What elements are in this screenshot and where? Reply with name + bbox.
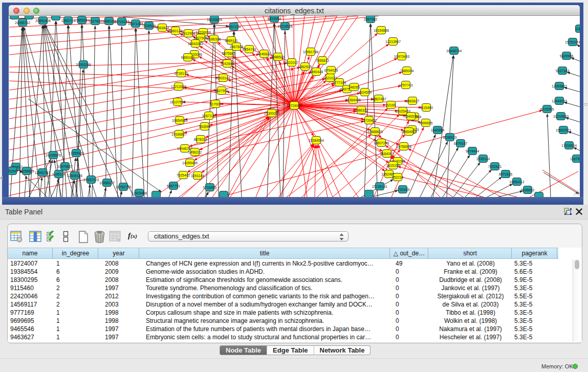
svg-text:12444153: 12444153 xyxy=(552,99,567,103)
svg-text:6794028: 6794028 xyxy=(324,69,338,72)
svg-text:917006: 917006 xyxy=(210,102,222,106)
svg-text:14099489: 14099489 xyxy=(182,161,198,165)
svg-text:16782759: 16782759 xyxy=(116,185,131,189)
svg-text:15751074: 15751074 xyxy=(565,40,580,44)
svg-text:7485004: 7485004 xyxy=(400,69,414,73)
svg-text:15136141: 15136141 xyxy=(372,185,387,188)
svg-text:553594: 553594 xyxy=(199,125,211,128)
svg-text:10961788: 10961788 xyxy=(303,50,318,54)
svg-text:12213967: 12213967 xyxy=(385,40,401,43)
svg-text:391547: 391547 xyxy=(9,169,18,173)
svg-text:8990448: 8990448 xyxy=(310,70,323,74)
svg-text:11123: 11123 xyxy=(575,27,580,31)
svg-text:16671355: 16671355 xyxy=(128,22,143,26)
svg-text:6479197: 6479197 xyxy=(454,142,468,145)
svg-text:8938923: 8938923 xyxy=(443,136,457,139)
svg-text:9327508: 9327508 xyxy=(194,36,208,40)
svg-text:2718176: 2718176 xyxy=(175,72,188,75)
svg-text:9474444: 9474444 xyxy=(466,149,480,153)
svg-text:10046788: 10046788 xyxy=(177,147,192,150)
svg-text:9890181: 9890181 xyxy=(181,56,195,59)
svg-text:9777169: 9777169 xyxy=(333,81,346,84)
svg-text:9329966: 9329966 xyxy=(560,54,574,58)
svg-text:10688609: 10688609 xyxy=(367,130,383,134)
svg-text:15692971: 15692971 xyxy=(556,128,571,132)
svg-text:9115460: 9115460 xyxy=(420,106,433,110)
svg-text:16107554: 16107554 xyxy=(170,100,185,104)
svg-text:2687682: 2687682 xyxy=(364,17,378,21)
svg-text:12093822: 12093822 xyxy=(552,84,567,88)
svg-text:252214: 252214 xyxy=(392,176,404,179)
svg-text:6322037: 6322037 xyxy=(285,61,299,64)
svg-text:7515526: 7515526 xyxy=(142,24,156,28)
svg-text:17957223: 17957223 xyxy=(83,178,99,182)
svg-text:2867608: 2867608 xyxy=(230,45,244,49)
svg-text:19654923: 19654923 xyxy=(401,130,417,134)
svg-text:9699695: 9699695 xyxy=(419,121,433,125)
svg-text:19166827: 19166827 xyxy=(171,133,187,136)
svg-text:19218526: 19218526 xyxy=(277,25,293,28)
svg-text:8471626: 8471626 xyxy=(499,172,513,176)
svg-text:746266: 746266 xyxy=(349,85,360,89)
svg-text:7625402: 7625402 xyxy=(177,173,190,177)
svg-text:1167535: 1167535 xyxy=(570,157,580,161)
svg-text:1145134: 1145134 xyxy=(52,172,66,176)
svg-text:21364436: 21364436 xyxy=(345,98,361,102)
svg-text:9245652: 9245652 xyxy=(521,188,535,192)
svg-text:10855267: 10855267 xyxy=(74,18,90,22)
svg-text:24055712: 24055712 xyxy=(15,21,30,25)
svg-text:12505135: 12505135 xyxy=(67,174,82,178)
svg-text:12923468: 12923468 xyxy=(132,191,147,195)
svg-text:9227343: 9227343 xyxy=(556,69,570,73)
svg-text:5716485: 5716485 xyxy=(203,186,217,189)
svg-text:8454749: 8454749 xyxy=(243,48,256,51)
svg-text:11156829: 11156829 xyxy=(19,169,34,173)
svg-text:24206576: 24206576 xyxy=(46,154,61,157)
svg-text:20053346: 20053346 xyxy=(76,63,91,67)
svg-text:1691144: 1691144 xyxy=(191,174,204,178)
svg-text:1588520: 1588520 xyxy=(271,55,285,59)
svg-text:10807487: 10807487 xyxy=(371,97,386,101)
svg-text:1549579: 1549579 xyxy=(404,115,418,118)
svg-text:16543382: 16543382 xyxy=(188,42,203,46)
svg-text:62160: 62160 xyxy=(386,103,396,107)
svg-text:16154838: 16154838 xyxy=(374,29,389,32)
svg-text:9146821: 9146821 xyxy=(257,52,271,56)
svg-text:10958107: 10958107 xyxy=(99,181,115,185)
svg-text:10973493: 10973493 xyxy=(394,55,409,58)
svg-text:17359924: 17359924 xyxy=(69,151,84,155)
svg-text:7663822: 7663822 xyxy=(156,26,169,30)
svg-text:1640954: 1640954 xyxy=(431,128,445,132)
svg-text:1527602: 1527602 xyxy=(89,19,102,23)
svg-text:8215955: 8215955 xyxy=(540,107,554,111)
svg-text:18607249: 18607249 xyxy=(374,141,389,145)
svg-text:17016504: 17016504 xyxy=(561,144,577,147)
svg-text:8186328: 8186328 xyxy=(207,37,221,41)
svg-text:16210643: 16210643 xyxy=(553,115,569,118)
svg-text:3267130: 3267130 xyxy=(202,114,216,118)
svg-text:1498222: 1498222 xyxy=(188,150,202,154)
svg-text:20691406: 20691406 xyxy=(35,19,51,23)
svg-text:9463627: 9463627 xyxy=(406,99,420,103)
svg-text:10975857: 10975857 xyxy=(57,165,73,168)
svg-text:3624554: 3624554 xyxy=(358,91,372,94)
svg-text:8878331: 8878331 xyxy=(194,138,208,141)
svg-text:7632621: 7632621 xyxy=(488,165,502,168)
svg-text:8912954: 8912954 xyxy=(182,32,195,35)
svg-text:5875685: 5875685 xyxy=(222,52,236,55)
svg-text:12942757: 12942757 xyxy=(35,171,50,174)
svg-text:15720407: 15720407 xyxy=(361,119,377,122)
svg-text:2935114: 2935114 xyxy=(476,157,490,161)
svg-text:1615152: 1615152 xyxy=(386,164,400,167)
svg-text:7986322: 7986322 xyxy=(355,108,368,112)
svg-text:19384554: 19384554 xyxy=(309,139,324,142)
svg-text:10654112: 10654112 xyxy=(509,180,525,184)
svg-text:10654985: 10654985 xyxy=(172,119,187,122)
svg-text:10719155: 10719155 xyxy=(114,20,129,24)
svg-text:9184067: 9184067 xyxy=(380,152,394,156)
svg-text:12226058: 12226058 xyxy=(195,31,211,34)
svg-text:8427552: 8427552 xyxy=(215,89,229,93)
svg-text:1621022: 1621022 xyxy=(323,76,337,80)
svg-text:8813054: 8813054 xyxy=(268,17,281,20)
svg-text:9242848: 9242848 xyxy=(221,62,234,65)
